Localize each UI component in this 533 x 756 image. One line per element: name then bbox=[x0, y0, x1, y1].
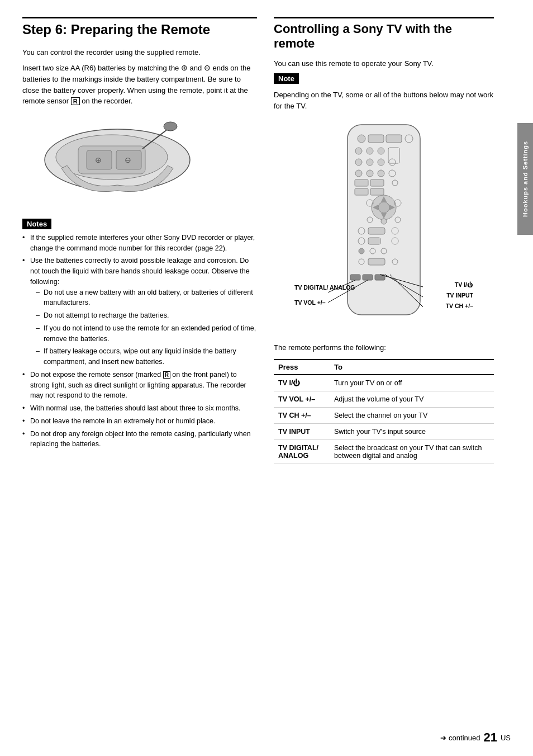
to-tv-ch: Select the channel on your TV bbox=[330, 407, 494, 423]
to-tv-digital: Select the broadcast on your TV that can… bbox=[330, 440, 494, 464]
note-text: Depending on the TV, some or all of the … bbox=[274, 89, 494, 111]
left-column: Step 6: Preparing the Remote You can con… bbox=[22, 17, 257, 464]
remote-illustration: ⊕ ⊖ bbox=[34, 118, 201, 202]
notes-list: If the supplied remote interferes your o… bbox=[22, 233, 257, 450]
svg-point-16 bbox=[378, 148, 384, 154]
press-tv-power: TV I/⏻ bbox=[274, 375, 330, 391]
svg-rect-26 bbox=[355, 179, 368, 186]
sub-note-3: If you do not intend to use the remote f… bbox=[36, 323, 257, 344]
svg-rect-27 bbox=[370, 179, 384, 186]
remote-diagram: TV DIGITAL/ ANALOG TV VOL +/– TV I/⏻ TV … bbox=[294, 119, 473, 333]
to-tv-power: Turn your TV on or off bbox=[330, 375, 494, 391]
svg-point-10 bbox=[358, 135, 365, 143]
note-item-5: Do not leave the remote in an extremely … bbox=[22, 416, 257, 427]
left-intro1: You can control the recorder using the s… bbox=[22, 47, 257, 58]
right-column: Controlling a Sony TV with the remote Yo… bbox=[274, 17, 511, 464]
sub-notes-list: Do not use a new battery with an old bat… bbox=[30, 287, 257, 367]
notes-header: Notes bbox=[22, 213, 257, 233]
press-tv-vol: TV VOL +/– bbox=[274, 391, 330, 407]
col-press: Press bbox=[274, 360, 330, 375]
note-item-4: With normal use, the batteries should la… bbox=[22, 403, 257, 414]
table-row: TV DIGITAL/ ANALOG Select the broadcast … bbox=[274, 440, 494, 464]
svg-point-24 bbox=[378, 170, 384, 177]
press-tv-digital: TV DIGITAL/ ANALOG bbox=[274, 440, 330, 464]
function-table: Press To TV I/⏻ Turn your TV on or off T… bbox=[274, 359, 494, 464]
label-tv-digital: TV DIGITAL/ ANALOG bbox=[294, 284, 355, 292]
continued-arrow: ➔ continued bbox=[440, 734, 480, 742]
label-tv-power: TV I/⏻ bbox=[455, 281, 473, 288]
svg-point-22 bbox=[355, 170, 362, 177]
svg-rect-43 bbox=[368, 228, 385, 234]
svg-point-20 bbox=[378, 159, 384, 166]
left-section-title: Step 6: Preparing the Remote bbox=[22, 17, 257, 38]
note-item-1: If the supplied remote interferes your o… bbox=[22, 233, 257, 254]
press-tv-input: TV INPUT bbox=[274, 423, 330, 440]
page-suffix: US bbox=[501, 734, 511, 742]
table-row: TV I/⏻ Turn your TV on or off bbox=[274, 375, 494, 391]
left-intro2: Insert two size AA (R6) batteries by mat… bbox=[22, 62, 257, 107]
svg-point-48 bbox=[359, 248, 364, 254]
note-item-3: Do not expose the remote sensor (marked … bbox=[22, 370, 257, 401]
svg-rect-52 bbox=[368, 258, 385, 265]
note-item-6: Do not drop any foreign object into the … bbox=[22, 429, 257, 450]
page-footer: ➔ continued 21 US bbox=[440, 730, 511, 745]
performs-label: The remote performs the following: bbox=[274, 342, 494, 353]
svg-point-18 bbox=[355, 159, 362, 166]
svg-rect-30 bbox=[370, 188, 384, 195]
right-intro: You can use this remote to operate your … bbox=[274, 58, 494, 69]
table-row: TV VOL +/– Adjust the volume of your TV bbox=[274, 391, 494, 407]
sub-note-4: If battery leakage occurs, wipe out any … bbox=[36, 346, 257, 367]
sub-note-2: Do not attempt to recharge the batteries… bbox=[36, 310, 257, 321]
svg-rect-29 bbox=[355, 188, 368, 195]
svg-point-40 bbox=[381, 219, 387, 224]
svg-rect-55 bbox=[363, 275, 373, 280]
to-tv-input: Switch your TV's input source bbox=[330, 423, 494, 440]
label-tv-ch: TV CH +/– bbox=[446, 303, 473, 309]
svg-point-23 bbox=[367, 170, 373, 177]
svg-rect-54 bbox=[350, 275, 360, 280]
side-tab: Hookups and Settings bbox=[517, 123, 533, 235]
page-number: 21 bbox=[483, 730, 497, 745]
svg-rect-46 bbox=[368, 238, 380, 244]
note-item-2: Use the batteries correctly to avoid pos… bbox=[22, 256, 257, 367]
svg-point-19 bbox=[367, 159, 373, 166]
svg-point-8 bbox=[164, 122, 177, 131]
svg-rect-11 bbox=[368, 135, 384, 143]
svg-point-14 bbox=[355, 148, 362, 154]
svg-text:⊕: ⊕ bbox=[95, 155, 102, 164]
right-section-title: Controlling a Sony TV with the remote bbox=[274, 17, 494, 51]
col-to: To bbox=[330, 360, 494, 375]
press-tv-ch: TV CH +/– bbox=[274, 407, 330, 423]
svg-point-32 bbox=[378, 202, 389, 213]
svg-text:⊖: ⊖ bbox=[125, 155, 131, 164]
svg-point-15 bbox=[367, 148, 373, 154]
label-tv-vol: TV VOL +/– bbox=[294, 299, 326, 306]
label-tv-input: TV INPUT bbox=[446, 292, 473, 299]
svg-rect-12 bbox=[386, 135, 402, 143]
note-box: Note Depending on the TV, some or all of… bbox=[274, 73, 494, 111]
table-row: TV INPUT Switch your TV's input source bbox=[274, 423, 494, 440]
sub-note-1: Do not use a new battery with an old bat… bbox=[36, 287, 257, 309]
to-tv-vol: Adjust the volume of your TV bbox=[330, 391, 494, 407]
table-row: TV CH +/– Select the channel on your TV bbox=[274, 407, 494, 423]
